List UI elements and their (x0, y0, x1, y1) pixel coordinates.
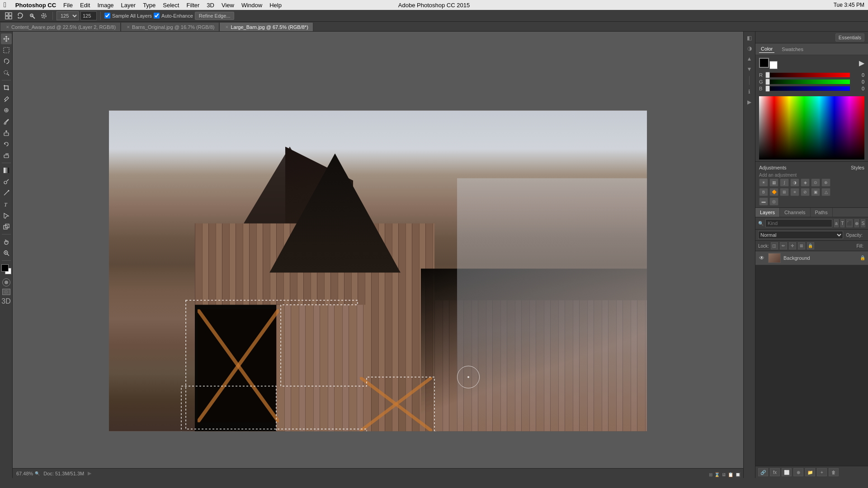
menu-view[interactable]: View (222, 2, 234, 9)
brush-preset-select[interactable]: 125 (57, 11, 79, 20)
lock-all-btn[interactable]: 🔒 (807, 242, 814, 249)
menu-filter[interactable]: Filter (186, 2, 199, 9)
layers-icon-a[interactable]: a (834, 219, 839, 227)
lock-image-btn[interactable]: ✏ (780, 242, 787, 249)
dodge-tool[interactable] (1, 176, 12, 187)
layers-filter-input[interactable] (765, 219, 832, 227)
exposure-icon[interactable]: ◑ (790, 178, 799, 187)
foreground-color-swatch[interactable] (1, 264, 9, 272)
link-layers-btn[interactable]: 🔗 (758, 468, 768, 476)
tab-layers[interactable]: Layers (755, 208, 780, 217)
refine-edge-button[interactable]: Refine Edge... (195, 12, 235, 20)
strip-icon-3[interactable]: ▲ (745, 54, 754, 63)
layer-background[interactable]: 👁 Background 🔒 (755, 251, 868, 265)
history-brush-tool[interactable] (1, 139, 12, 150)
path-select-tool[interactable] (1, 210, 12, 221)
apple-menu[interactable]:  (4, 1, 6, 9)
r-thumb[interactable] (765, 72, 770, 78)
g-thumb[interactable] (765, 79, 770, 85)
tab-channels[interactable]: Channels (780, 208, 810, 217)
g-slider[interactable] (765, 80, 850, 84)
tab-large-barn[interactable]: ✕ Large_Barn.jpg @ 67.5% (RGB/8*) (219, 22, 313, 31)
clone-tool[interactable] (1, 127, 12, 138)
auto-enhance-checkbox[interactable]: Auto-Enhance (154, 13, 193, 19)
brightness-contrast-icon[interactable]: ☀ (759, 178, 768, 187)
sample-all-layers-checkbox[interactable]: Sample All Layers (104, 13, 152, 19)
threshold-icon[interactable]: △ (821, 188, 830, 196)
color-lookup-icon[interactable]: ≡ (790, 188, 799, 196)
screen-mode-icon[interactable]: □ (2, 289, 10, 295)
hand-tool[interactable] (1, 236, 12, 247)
tab-barns-original[interactable]: ✕ Barns_Original.jpg @ 16.7% (RGB/8) (121, 22, 219, 31)
lock-artboard-btn[interactable]: ⊞ (798, 242, 805, 249)
magic-wand-icon[interactable] (27, 11, 37, 21)
tab-close-3[interactable]: ✕ (225, 25, 229, 29)
eraser-tool[interactable] (1, 150, 12, 161)
lasso-tool-icon[interactable] (15, 11, 25, 21)
foreground-color-box[interactable] (759, 58, 769, 68)
add-mask-btn[interactable]: ⬜ (782, 468, 792, 476)
levels-icon[interactable]: ▦ (769, 178, 778, 187)
vibrance-icon[interactable]: ◈ (801, 178, 810, 187)
brush-tool[interactable] (1, 116, 12, 127)
b-slider[interactable] (765, 86, 850, 91)
healing-tool[interactable] (1, 105, 12, 116)
blend-mode-select[interactable]: Normal Multiply Screen Overlay (758, 231, 843, 239)
lock-position-btn[interactable]: ✛ (789, 242, 796, 249)
lock-transparency-btn[interactable]: ◫ (771, 242, 778, 249)
tab-paths[interactable]: Paths (811, 208, 833, 217)
strip-icon-1[interactable]: ◧ (745, 33, 754, 42)
menu-help[interactable]: Help (269, 2, 282, 9)
color-tab[interactable]: Color (759, 45, 774, 53)
zoom-tool[interactable] (1, 248, 12, 258)
new-adjustment-btn[interactable]: ⊕ (793, 468, 803, 476)
essentials-button[interactable]: Essentials (835, 33, 864, 42)
crop-tool[interactable] (1, 82, 12, 93)
menu-select[interactable]: Select (163, 2, 179, 9)
eyedropper-tool[interactable] (1, 94, 12, 104)
b-thumb[interactable] (765, 85, 770, 92)
selective-color-icon[interactable]: ◎ (769, 197, 778, 206)
strip-icon-2[interactable]: ◑ (745, 44, 754, 53)
quick-select-icon[interactable] (39, 11, 49, 21)
invert-icon[interactable]: ⊘ (801, 188, 810, 196)
quick-mask-icon[interactable] (2, 278, 10, 286)
strip-icon-4[interactable]: ▼ (745, 65, 754, 74)
menu-layer[interactable]: Layer (121, 2, 136, 9)
foreground-background-color[interactable] (1, 264, 11, 274)
menu-file[interactable]: File (63, 2, 73, 9)
color-balance-icon[interactable]: ⊕ (821, 178, 830, 187)
r-slider[interactable] (765, 73, 850, 77)
move-tool[interactable] (1, 33, 12, 44)
tab-content-aware[interactable]: ✕ Content_Aware.psd @ 22.5% (Layer 2, RG… (0, 22, 121, 31)
layer-visibility-toggle[interactable]: 👁 (758, 254, 765, 262)
curves-icon[interactable]: ∫ (780, 178, 789, 187)
strip-icon-6[interactable]: ▶ (745, 98, 754, 107)
new-group-btn[interactable]: 📁 (805, 468, 815, 476)
brush-size-input[interactable] (80, 11, 97, 20)
delete-layer-btn[interactable]: 🗑 (829, 468, 839, 476)
hue-sat-icon[interactable]: ⊙ (811, 178, 820, 187)
layers-icon-smart[interactable]: S (861, 219, 865, 227)
shape-tool[interactable] (1, 221, 12, 232)
type-tool[interactable]: T (1, 199, 12, 210)
gradient-tool[interactable] (1, 165, 12, 176)
gradient-map-icon[interactable]: ▬ (759, 197, 768, 206)
photo-filter-icon[interactable]: 🔶 (769, 188, 778, 196)
new-layer-btn[interactable]: + (817, 468, 827, 476)
marquee-tool[interactable] (1, 45, 12, 56)
lasso-tool[interactable] (1, 56, 12, 67)
app-name[interactable]: Photoshop CC (15, 2, 56, 9)
tab-close-1[interactable]: ✕ (6, 25, 9, 29)
strip-icon-5[interactable]: ℹ (745, 87, 754, 96)
document-canvas[interactable] (109, 111, 647, 432)
canvas-area[interactable]: 67.48% 🔍 Doc: 51.3M/51.3M ▶ ⊞ ⌛ 🖥 📋 🔲 (13, 32, 743, 478)
layers-icon-shape[interactable]: ⬛ (846, 219, 853, 227)
color-play-btn[interactable]: ▶ (859, 59, 864, 67)
menu-3d[interactable]: 3D (207, 2, 214, 9)
menu-image[interactable]: Image (97, 2, 113, 9)
black-white-icon[interactable]: B (759, 188, 768, 196)
menu-window[interactable]: Window (241, 2, 262, 9)
menu-type[interactable]: Type (143, 2, 156, 9)
color-spectrum[interactable] (759, 96, 864, 160)
